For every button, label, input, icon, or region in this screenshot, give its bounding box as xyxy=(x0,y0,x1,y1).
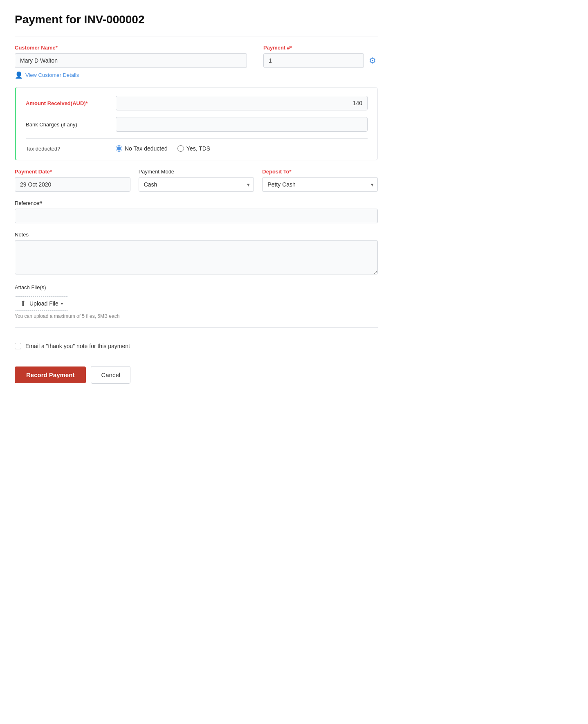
payment-number-col: Payment #* ⚙ xyxy=(263,45,378,68)
upload-button-wrapper[interactable]: ⬆ Upload File ▾ xyxy=(15,296,68,311)
payment-number-label: Payment #* xyxy=(263,45,378,51)
tax-radio-group: No Tax deducted Yes, TDS xyxy=(116,145,210,152)
customer-icon: 👤 xyxy=(15,71,23,79)
deposit-to-select[interactable]: Petty Cash Checking Account Savings Acco… xyxy=(262,177,378,192)
amount-received-field xyxy=(116,96,368,110)
reference-label: Reference# xyxy=(15,200,378,206)
payment-date-input[interactable] xyxy=(15,177,130,192)
top-form-row: Customer Name* Payment #* ⚙ xyxy=(15,45,378,68)
no-tax-radio[interactable] xyxy=(116,145,122,152)
attach-label: Attach File(s) xyxy=(15,284,378,290)
customer-name-col: Customer Name* xyxy=(15,45,247,68)
amount-received-label: Amount Received(AUD)* xyxy=(26,100,116,106)
notes-group: Notes xyxy=(15,232,378,276)
payment-num-row: ⚙ xyxy=(263,53,378,68)
amount-divider xyxy=(26,138,368,139)
title-divider xyxy=(15,36,378,36)
amount-received-input[interactable] xyxy=(116,96,368,110)
payment-mode-select-wrapper: Cash Check Bank Transfer Credit Card xyxy=(139,177,254,192)
upload-hint: You can upload a maximum of 5 files, 5MB… xyxy=(15,313,378,319)
customer-name-input[interactable] xyxy=(15,53,247,68)
email-divider-top xyxy=(15,327,378,328)
payment-date-col: Payment Date* xyxy=(15,169,130,192)
yes-tds-option[interactable]: Yes, TDS xyxy=(177,145,210,152)
deposit-to-col: Deposit To* Petty Cash Checking Account … xyxy=(262,169,378,192)
upload-icon: ⬆ xyxy=(20,299,26,308)
payment-mode-label: Payment Mode xyxy=(139,169,254,175)
bank-charges-label: Bank Charges (if any) xyxy=(26,121,116,128)
deposit-to-select-wrapper: Petty Cash Checking Account Savings Acco… xyxy=(262,177,378,192)
tax-row: Tax deducted? No Tax deducted Yes, TDS xyxy=(26,145,368,152)
tax-label: Tax deducted? xyxy=(26,146,116,152)
date-mode-deposit-row: Payment Date* Payment Mode Cash Check Ba… xyxy=(15,169,378,192)
cancel-button[interactable]: Cancel xyxy=(91,366,130,384)
payment-mode-col: Payment Mode Cash Check Bank Transfer Cr… xyxy=(139,169,254,192)
no-tax-label: No Tax deducted xyxy=(125,145,168,152)
page-title: Payment for INV-000002 xyxy=(15,13,378,26)
reference-group: Reference# xyxy=(15,200,378,223)
bank-charges-input[interactable] xyxy=(116,117,368,132)
payment-date-label: Payment Date* xyxy=(15,169,130,175)
email-note-label[interactable]: Email a "thank you" note for this paymen… xyxy=(25,343,130,349)
email-note-checkbox[interactable] xyxy=(15,343,21,349)
record-payment-button[interactable]: Record Payment xyxy=(15,366,86,383)
upload-dropdown-arrow: ▾ xyxy=(61,301,63,306)
bank-charges-row: Bank Charges (if any) xyxy=(26,117,368,132)
reference-input[interactable] xyxy=(15,209,378,223)
payment-mode-select[interactable]: Cash Check Bank Transfer Credit Card xyxy=(139,177,254,192)
notes-input[interactable] xyxy=(15,240,378,274)
action-buttons-row: Record Payment Cancel xyxy=(15,366,378,384)
bank-charges-field xyxy=(116,117,368,132)
email-note-row: Email a "thank you" note for this paymen… xyxy=(15,336,378,356)
gear-button[interactable]: ⚙ xyxy=(367,54,378,67)
notes-label: Notes xyxy=(15,232,378,238)
payment-number-input[interactable] xyxy=(263,53,364,68)
upload-button-text: Upload File xyxy=(29,300,58,307)
yes-tds-label: Yes, TDS xyxy=(186,145,210,152)
no-tax-option[interactable]: No Tax deducted xyxy=(116,145,168,152)
yes-tds-radio[interactable] xyxy=(177,145,184,152)
amount-received-row: Amount Received(AUD)* xyxy=(26,96,368,110)
attach-section: Attach File(s) ⬆ Upload File ▾ You can u… xyxy=(15,284,378,319)
customer-name-label: Customer Name* xyxy=(15,45,247,51)
view-customer-link[interactable]: 👤 View Customer Details xyxy=(15,71,378,79)
deposit-to-label: Deposit To* xyxy=(262,169,378,175)
amount-card: Amount Received(AUD)* Bank Charges (if a… xyxy=(15,87,378,160)
view-customer-text: View Customer Details xyxy=(25,72,79,78)
